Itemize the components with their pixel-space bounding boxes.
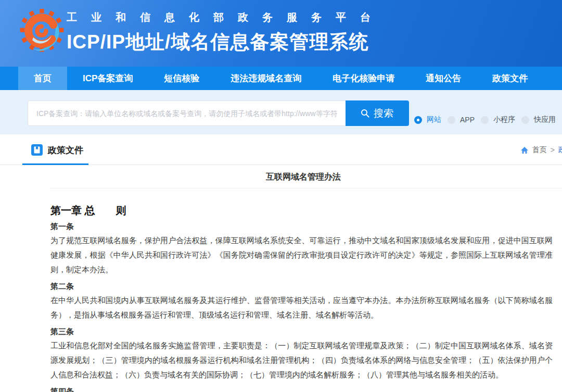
radio-miniprogram[interactable]: 小程序 xyxy=(481,115,515,124)
nav-item-notices[interactable]: 通知公告 xyxy=(410,67,477,90)
search-band: 搜索 网站 APP 小程序 快应用 xyxy=(0,90,562,134)
section-head: 政策文件 首页 > 政策文件 xyxy=(22,134,562,158)
radio-miniprogram-circle[interactable] xyxy=(481,116,489,124)
active-tab-underline xyxy=(22,163,88,165)
radio-quickapp-circle[interactable] xyxy=(521,116,529,124)
breadcrumb-home-link[interactable]: 首页 xyxy=(532,145,547,155)
article-3-heading: 第三条 xyxy=(50,327,553,335)
document-title: 互联网域名管理办法 xyxy=(50,172,556,183)
radio-quickapp[interactable]: 快应用 xyxy=(521,115,556,124)
system-title: ICP/IP地址/域名信息备案管理系统 xyxy=(67,29,385,55)
breadcrumb: 首页 > 政策文件 xyxy=(520,145,562,155)
site-header: 工业和信息化部政务服务平台 ICP/IP地址/域名信息备案管理系统 xyxy=(0,0,562,67)
search-button[interactable]: 搜索 xyxy=(346,100,409,126)
page: 工业和信息化部政务服务平台 ICP/IP地址/域名信息备案管理系统 首页 ICP… xyxy=(0,0,562,392)
document-body: 第一章 总 则 第一条 为了规范互联网域名服务，保护用户合法权益，保障互联网域名… xyxy=(50,204,553,392)
platform-name: 工业和信息化部政务服务平台 xyxy=(67,10,385,24)
section-title: 政策文件 xyxy=(48,144,83,156)
miit-gear-e-logo xyxy=(17,4,66,60)
search-input[interactable] xyxy=(28,100,346,126)
breadcrumb-separator: > xyxy=(551,146,555,154)
nav-item-policy-files[interactable]: 政策文件 xyxy=(477,67,543,90)
home-icon xyxy=(520,146,529,154)
main-nav: 首页 ICP备案查询 短信核验 违法违规域名查询 电子化核验申请 通知公告 政策… xyxy=(0,67,562,90)
radio-website-circle[interactable] xyxy=(414,116,422,124)
breadcrumb-current[interactable]: 政策文件 xyxy=(558,145,562,155)
search-type-group: 网站 APP 小程序 快应用 xyxy=(414,115,562,124)
book-icon xyxy=(31,144,43,156)
nav-item-e-verify-apply[interactable]: 电子化核验申请 xyxy=(317,67,410,90)
header-titles: 工业和信息化部政务服务平台 ICP/IP地址/域名信息备案管理系统 xyxy=(67,10,385,55)
article-1-text: 为了规范互联网域名服务，保护用户合法权益，保障互联网域名系统安全、可靠运行，推动… xyxy=(50,233,553,277)
document-title-divider xyxy=(50,188,562,188)
radio-website[interactable]: 网站 xyxy=(414,115,441,124)
article-4-heading: 第四条 xyxy=(50,387,553,392)
radio-app[interactable]: APP xyxy=(448,116,475,124)
search-button-label: 搜索 xyxy=(374,107,393,120)
nav-item-sms-verify[interactable]: 短信核验 xyxy=(148,67,215,90)
radio-app-circle[interactable] xyxy=(448,116,455,124)
content: 政策文件 首页 > 政策文件 互联网域名管理办法 第一章 总 则 第一条 为了规… xyxy=(0,134,562,392)
section-divider xyxy=(0,163,562,165)
section-left: 政策文件 xyxy=(22,144,83,156)
article-3-text: 工业和信息化部对全国的域名服务实施监督管理，主要职责是：（一）制定互联网域名管理… xyxy=(50,338,553,382)
nav-item-icp-query[interactable]: ICP备案查询 xyxy=(67,67,148,90)
nav-item-illegal-domain[interactable]: 违法违规域名查询 xyxy=(215,67,317,90)
article-2-heading: 第二条 xyxy=(50,282,553,290)
nav-item-home[interactable]: 首页 xyxy=(18,67,67,90)
chapter-heading: 第一章 总 则 xyxy=(50,204,553,217)
article-2-text: 在中华人民共和国境内从事互联网域名服务及其运行维护、监督管理等相关活动，应当遵守… xyxy=(50,293,553,322)
article-1-heading: 第一条 xyxy=(50,222,553,230)
magnifier-icon xyxy=(361,109,369,118)
